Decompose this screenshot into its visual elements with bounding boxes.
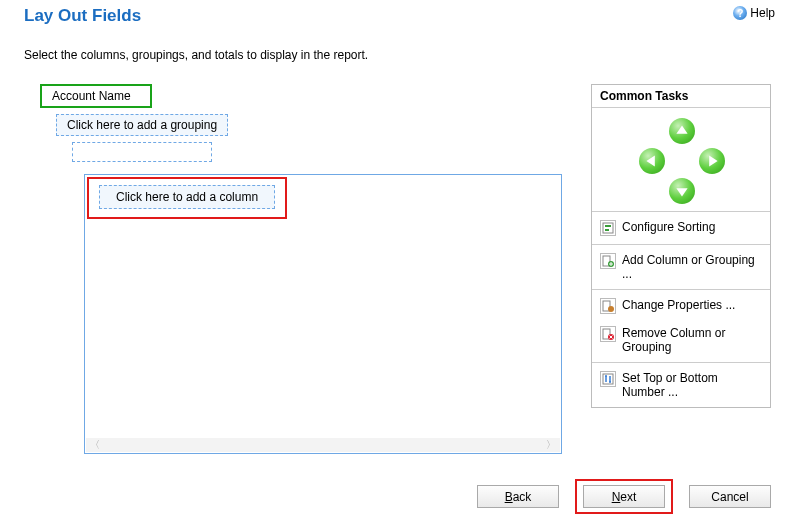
account-name-field[interactable]: Account Name [40, 84, 152, 108]
svg-rect-0 [603, 223, 613, 233]
empty-grouping-slot[interactable] [72, 142, 212, 162]
svg-point-6 [608, 306, 614, 312]
add-column-icon [600, 253, 616, 269]
svg-rect-2 [605, 229, 609, 231]
move-left-button[interactable] [639, 148, 665, 174]
remove-column-grouping-task[interactable]: Remove Column or Grouping [592, 320, 770, 360]
scroll-left-icon[interactable]: 〈 [90, 438, 100, 452]
properties-icon [600, 298, 616, 314]
help-icon: ? [733, 6, 747, 20]
set-top-bottom-label: Set Top or Bottom Number ... [622, 371, 762, 399]
top-bottom-icon [600, 371, 616, 387]
move-up-button[interactable] [669, 118, 695, 144]
svg-rect-1 [605, 225, 611, 227]
next-highlight: Next [575, 479, 673, 514]
add-column-highlight: Click here to add a column [87, 177, 287, 219]
change-properties-task[interactable]: Change Properties ... [592, 292, 770, 320]
help-label: Help [750, 6, 775, 20]
arrow-up-icon [675, 124, 689, 138]
add-grouping-placeholder[interactable]: Click here to add a grouping [56, 114, 228, 136]
common-tasks-panel: Common Tasks Configure Sorting [591, 84, 771, 408]
arrow-right-icon [705, 154, 719, 168]
back-label-rest: ack [513, 490, 532, 504]
next-button[interactable]: Next [583, 485, 665, 508]
add-column-grouping-task[interactable]: Add Column or Grouping ... [592, 247, 770, 287]
sort-icon [600, 220, 616, 236]
svg-rect-9 [603, 374, 613, 384]
arrow-pad [592, 108, 770, 212]
change-properties-label: Change Properties ... [622, 298, 735, 312]
remove-column-grouping-label: Remove Column or Grouping [622, 326, 762, 354]
arrow-left-icon [645, 154, 659, 168]
arrow-down-icon [675, 184, 689, 198]
configure-sorting-task[interactable]: Configure Sorting [592, 214, 770, 242]
remove-column-icon [600, 326, 616, 342]
page-title: Lay Out Fields [24, 6, 141, 26]
next-label-rest: ext [620, 490, 636, 504]
move-down-button[interactable] [669, 178, 695, 204]
horizontal-scrollbar[interactable]: 〈 〉 [86, 438, 560, 452]
cancel-button[interactable]: Cancel [689, 485, 771, 508]
add-column-grouping-label: Add Column or Grouping ... [622, 253, 762, 281]
configure-sorting-label: Configure Sorting [622, 220, 715, 234]
instruction-text: Select the columns, groupings, and total… [0, 26, 793, 62]
columns-canvas: Click here to add a column 〈 〉 [84, 174, 562, 454]
scroll-right-icon[interactable]: 〉 [546, 438, 556, 452]
back-button[interactable]: Back [477, 485, 559, 508]
help-link[interactable]: ? Help [733, 6, 775, 20]
set-top-bottom-task[interactable]: Set Top or Bottom Number ... [592, 365, 770, 405]
common-tasks-header: Common Tasks [592, 85, 770, 108]
add-column-placeholder[interactable]: Click here to add a column [99, 185, 275, 209]
move-right-button[interactable] [699, 148, 725, 174]
